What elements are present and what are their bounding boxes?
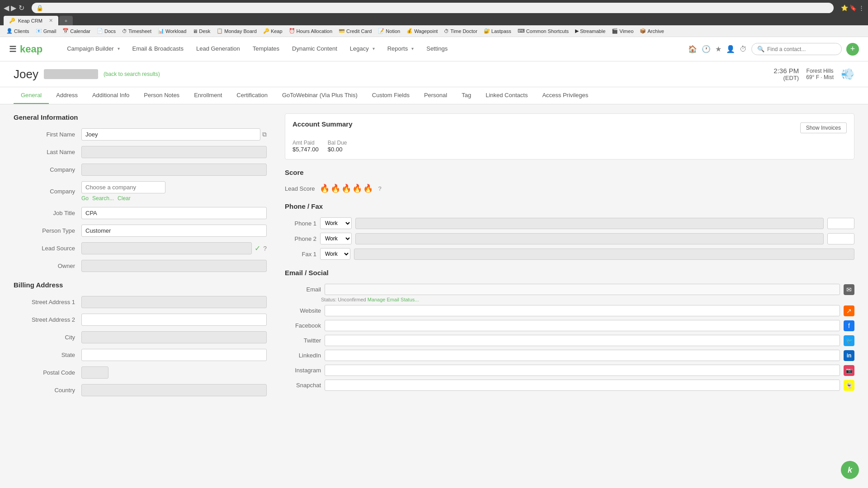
browser-tab-active[interactable]: 🔑 Keap CRM ✕ <box>4 16 58 25</box>
bookmark-monday[interactable]: 📋Monday Board <box>214 27 259 35</box>
bookmark-vimeo[interactable]: 🎬Vimeo <box>609 27 636 35</box>
twitter-icon[interactable]: 🐦 <box>844 335 854 346</box>
back-to-search-link[interactable]: (back to search results) <box>104 71 160 77</box>
bookmark-archive[interactable]: 📦Archive <box>637 27 667 35</box>
street2-input[interactable] <box>81 314 267 326</box>
bookmark-creditcard[interactable]: 💳Credit Card <box>336 27 374 35</box>
nav-settings[interactable]: Settings <box>420 42 454 56</box>
email-input[interactable] <box>325 284 840 295</box>
address-bar[interactable]: 🔒 ga275.infusionsoft.com/Contact/manageC… <box>32 3 834 13</box>
phone1-type-select[interactable]: WorkHomeMobile <box>320 217 352 229</box>
fax1-input[interactable] <box>354 249 854 260</box>
clock-icon[interactable]: ⏱ <box>740 45 747 53</box>
company-chooser-input[interactable] <box>81 181 165 193</box>
bookmark-gmail[interactable]: 📧Gmail <box>33 27 59 35</box>
person-type-select[interactable]: Customer Prospect Partner Vendor <box>81 225 267 237</box>
search-bar[interactable]: 🔍 <box>751 43 842 55</box>
phone1-input[interactable] <box>355 218 824 229</box>
instagram-icon[interactable]: 📷 <box>844 365 854 376</box>
tab-enrollment[interactable]: Enrollment <box>187 87 229 104</box>
email-icon[interactable]: ✉ <box>844 284 854 295</box>
browser-tab-new[interactable]: + <box>59 16 73 25</box>
nav-legacy[interactable]: Legacy ▾ <box>344 42 381 56</box>
lead-score-help-icon[interactable]: ? <box>378 185 382 192</box>
add-contact-button[interactable]: + <box>846 43 859 56</box>
history-icon[interactable]: 🕐 <box>702 45 711 53</box>
lead-source-input[interactable] <box>81 242 252 254</box>
city-input[interactable] <box>81 331 267 343</box>
nav-templates[interactable]: Templates <box>246 42 286 56</box>
bookmark-timedoctor[interactable]: ⏱Time Doctor <box>441 28 480 35</box>
bookmark-desk[interactable]: 🖥Desk <box>190 28 213 35</box>
tab-certification[interactable]: Certification <box>229 87 275 104</box>
bookmark-lastpass[interactable]: 🔐Lastpass <box>481 27 514 35</box>
bookmark-calendar[interactable]: 📅Calendar <box>60 27 93 35</box>
bookmark-streamable[interactable]: ▶Streamable <box>572 27 608 35</box>
nav-reports[interactable]: Reports ▾ <box>381 42 420 56</box>
instagram-input[interactable] <box>325 365 840 376</box>
nav-campaign-builder[interactable]: Campaign Builder ▾ <box>61 42 126 56</box>
tab-gotowebinar[interactable]: GoToWebinar (Via Plus This) <box>275 87 365 104</box>
twitter-input[interactable] <box>325 335 840 346</box>
last-name-input[interactable] <box>81 146 267 158</box>
browser-action-icons[interactable]: ⭐ 🔖 ⋮ <box>841 5 864 11</box>
show-invoices-button[interactable]: Show Invoices <box>800 122 847 133</box>
phone1-ext[interactable] <box>827 218 854 229</box>
phone2-input[interactable] <box>355 233 824 244</box>
tab-custom-fields[interactable]: Custom Fields <box>365 87 417 104</box>
bookmark-timesheet[interactable]: ⏱Timesheet <box>119 28 154 35</box>
company-clear-button[interactable]: Clear <box>118 195 131 202</box>
tab-address[interactable]: Address <box>49 87 85 104</box>
country-select[interactable] <box>81 384 267 396</box>
tab-person-notes[interactable]: Person Notes <box>137 87 187 104</box>
lead-source-help-icon[interactable]: ? <box>263 245 267 252</box>
linkedin-input[interactable] <box>325 350 840 361</box>
tab-additional-info[interactable]: Additional Info <box>85 87 137 104</box>
postal-input[interactable] <box>81 366 108 379</box>
nav-dynamic-content[interactable]: Dynamic Content <box>286 42 344 56</box>
copy-icon[interactable]: ⧉ <box>262 131 267 138</box>
bookmark-shortcuts[interactable]: ⌨Common Shortcuts <box>515 27 571 35</box>
user-icon[interactable]: 👤 <box>726 45 735 53</box>
bookmark-hours[interactable]: ⏰Hours Allocation <box>286 27 335 35</box>
home-icon[interactable]: 🏠 <box>688 45 697 53</box>
star-icon[interactable]: ★ <box>715 45 722 53</box>
tab-general[interactable]: General <box>14 87 49 104</box>
bookmark-wagepoint[interactable]: 💰Wagepoint <box>404 27 440 35</box>
website-icon[interactable]: ↗ <box>844 305 854 316</box>
url-input[interactable]: ga275.infusionsoft.com/Contact/manageCon… <box>46 5 829 11</box>
tab-access-privileges[interactable]: Access Privileges <box>535 87 595 104</box>
company-search-button[interactable]: Search... <box>92 195 114 202</box>
bookmark-clients[interactable]: 👤Clients <box>4 27 32 35</box>
tab-tag[interactable]: Tag <box>454 87 478 104</box>
website-input[interactable] <box>325 305 840 316</box>
state-input[interactable] <box>81 349 267 361</box>
nav-buttons[interactable]: ◀ ▶ ↻ <box>4 4 24 12</box>
phone2-type-select[interactable]: WorkHomeMobile <box>320 233 352 244</box>
street1-input[interactable] <box>81 296 267 308</box>
bookmark-docs[interactable]: 📄Docs <box>94 27 118 35</box>
job-title-input[interactable] <box>81 207 267 219</box>
postal-field <box>81 366 267 379</box>
menu-icon[interactable]: ☰ <box>9 44 16 54</box>
snapchat-input[interactable] <box>325 380 840 391</box>
tab-personal[interactable]: Personal <box>417 87 454 104</box>
manage-email-status-link[interactable]: Manage Email Status... <box>368 297 419 302</box>
company-go-button[interactable]: Go <box>81 195 89 202</box>
first-name-input[interactable] <box>81 128 260 141</box>
company-text-input[interactable] <box>81 164 267 176</box>
snapchat-icon[interactable]: 👻 <box>844 380 854 391</box>
fax1-type-select[interactable]: WorkHomeFax <box>320 248 350 260</box>
bookmark-notion[interactable]: 📝Notion <box>375 27 403 35</box>
owner-select[interactable] <box>81 260 267 272</box>
nav-lead-generation[interactable]: Lead Generation <box>190 42 246 56</box>
bookmark-workload[interactable]: 📊Workload <box>155 27 189 35</box>
nav-email-broadcasts[interactable]: Email & Broadcasts <box>126 42 190 56</box>
tab-linked-contacts[interactable]: Linked Contacts <box>478 87 535 104</box>
facebook-icon[interactable]: f <box>844 320 854 331</box>
search-input[interactable] <box>767 46 836 52</box>
phone2-ext[interactable] <box>827 233 854 244</box>
linkedin-icon[interactable]: in <box>844 350 854 361</box>
bookmark-keap[interactable]: 🔑Keap <box>260 27 285 35</box>
facebook-input[interactable] <box>325 320 840 331</box>
